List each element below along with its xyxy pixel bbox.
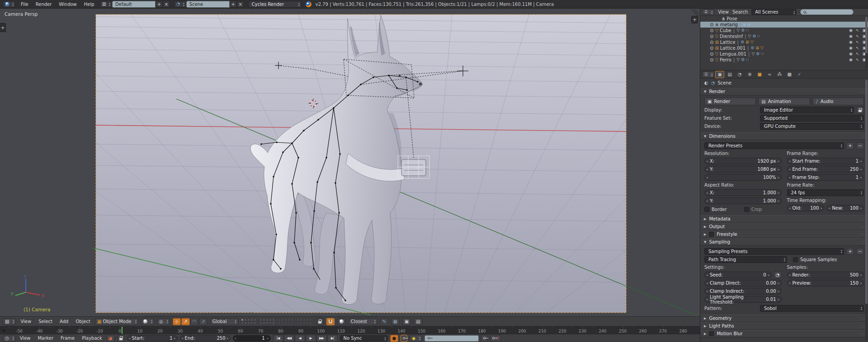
layers-grid-b[interactable] <box>259 319 275 324</box>
add-preset-button[interactable]: + <box>846 248 854 255</box>
wrench-icon[interactable]: ⚙ <box>741 40 744 44</box>
snap-toggle-button[interactable] <box>326 318 335 325</box>
layers-grid-a[interactable] <box>241 319 256 324</box>
time-remap-new-field[interactable]: New:100 <box>826 205 864 211</box>
scene-icon-button[interactable]: ◔ <box>174 1 186 8</box>
layers-grid-c[interactable] <box>278 319 293 324</box>
layers-grid-d[interactable] <box>297 319 312 324</box>
panel-grip-icon[interactable]: :::: <box>861 217 864 221</box>
lock-interface-button[interactable] <box>856 107 864 113</box>
resolution-scale-field[interactable]: 100% <box>704 174 782 181</box>
add-preset-button[interactable]: + <box>846 142 854 149</box>
hide-toggle-icon[interactable]: ◉ <box>849 46 853 50</box>
layer-cell[interactable] <box>284 322 287 324</box>
dots-icon[interactable]: ∷ <box>761 52 764 56</box>
layer-cell[interactable] <box>288 319 290 321</box>
layer-cell[interactable] <box>306 319 309 321</box>
transform-orientation-dropdown[interactable]: Global <box>210 318 238 325</box>
tab-physics[interactable]: ▩ <box>785 71 794 78</box>
layer-cell[interactable] <box>281 322 284 324</box>
manipulator-button[interactable]: ⊹ <box>173 318 181 325</box>
outliner-view-menu[interactable]: View <box>718 9 729 14</box>
scene-name-field[interactable]: Scene <box>186 1 230 8</box>
outliner-row-pose[interactable]: ⋔Pose <box>700 16 868 22</box>
seed-field[interactable]: Seed:0 <box>704 272 772 278</box>
outliner-search-input[interactable] <box>800 9 854 15</box>
translate-manipulator-button[interactable]: ↗ <box>181 318 189 325</box>
view3d-menu-select[interactable]: Select <box>37 319 54 324</box>
layer-cell[interactable] <box>263 319 265 321</box>
mesh-icon[interactable]: ▽ <box>750 40 754 44</box>
wrench-icon[interactable]: ⚙ <box>741 28 745 33</box>
info-menu-render[interactable]: Render <box>34 2 53 7</box>
motion-blur-checkbox[interactable] <box>709 331 714 336</box>
pattern-dropdown[interactable]: Sobol <box>760 305 864 312</box>
selectable-toggle-icon[interactable]: ↖ <box>856 58 859 62</box>
layer-cell[interactable] <box>303 322 306 324</box>
crop-checkbox[interactable]: Crop <box>744 206 782 212</box>
view3d-menu-add[interactable]: Add <box>58 319 70 324</box>
panel-grip-icon[interactable]: :::: <box>861 316 864 321</box>
outliner-row-metarig[interactable]: ⊙⋔metarig|◆◆ <box>700 22 868 28</box>
layer-cell[interactable] <box>288 322 290 324</box>
mesh-icon[interactable]: ▽ <box>751 52 755 56</box>
freestyle-checkbox[interactable] <box>709 232 714 237</box>
preview-samples-field[interactable]: Preview:150 <box>787 280 864 286</box>
light-sampling-threshold-field[interactable]: Light Sampling Threshold:0.01 <box>704 296 782 303</box>
wrench-icon[interactable]: ⚙ <box>756 52 760 56</box>
layer-cell[interactable] <box>247 319 250 321</box>
snap-peel-button[interactable]: ◍ <box>391 318 400 325</box>
jump-to-end-button[interactable]: ▶| <box>327 335 338 342</box>
pivot-point-dropdown[interactable]: ◎ <box>157 318 170 325</box>
mesh-icon[interactable]: ▽ <box>760 46 764 50</box>
view3d-menu-view[interactable]: View <box>19 319 33 324</box>
frame-rate-dropdown[interactable]: 24 fps <box>787 189 864 196</box>
tab-render[interactable]: ▣ <box>715 71 724 78</box>
border-checkbox[interactable]: Border <box>704 207 742 212</box>
integrator-dropdown[interactable]: Path Tracing <box>704 256 787 263</box>
panel-grip-icon[interactable]: :::: <box>861 134 864 139</box>
expand-toggle-icon[interactable]: ⊙ <box>710 28 713 33</box>
aspect-y-field[interactable]: Y:1.000 <box>704 197 782 204</box>
panel-grip-icon[interactable]: :::: <box>861 332 864 336</box>
layer-cell[interactable] <box>297 322 299 324</box>
outliner-row-lattice.001[interactable]: ⊙⊞Lattice.001|⚙⊞▽◉↖▣ <box>700 45 868 51</box>
add-scene-button[interactable]: + <box>230 1 237 8</box>
layer-cell[interactable] <box>244 322 247 324</box>
sampling-section-header[interactable]: ▼ Sampling :::: <box>700 238 868 246</box>
wrench-icon[interactable]: ⚙ <box>741 58 745 62</box>
opengl-render-button[interactable]: ▣ <box>402 318 411 325</box>
layer-cell[interactable] <box>266 319 269 321</box>
selectable-toggle-icon[interactable]: ↖ <box>856 52 859 56</box>
end-frame-field-props[interactable]: End Frame:250 <box>787 166 864 173</box>
output-section-header[interactable]: ▶ Output :::: <box>700 223 868 230</box>
timeline-menu-frame[interactable]: Frame <box>59 336 76 341</box>
layer-cell[interactable] <box>250 322 253 324</box>
lattice-icon[interactable]: ⊞ <box>745 40 749 44</box>
layer-cell[interactable] <box>309 319 312 321</box>
render-button[interactable]: ▣Render <box>704 98 756 105</box>
layer-cell[interactable] <box>259 322 262 324</box>
outliner-editor-type-button[interactable]: ☰ <box>702 9 714 15</box>
resolution-y-field[interactable]: Y:1080 px <box>704 166 782 173</box>
info-menu-file[interactable]: File <box>19 2 30 7</box>
layer-cell[interactable] <box>278 322 281 324</box>
outliner-row-perro[interactable]: ⊙▽Perro|▽⚙∷◉↖▣ <box>700 57 868 63</box>
add-screen-layout-button[interactable]: + <box>156 1 163 8</box>
selectable-toggle-icon[interactable]: ↖ <box>856 46 859 50</box>
play-reverse-button[interactable]: ◀ <box>295 335 305 342</box>
render-presets-dropdown[interactable]: Render Presets <box>704 142 844 149</box>
bone-icon[interactable]: ◆ <box>747 23 750 27</box>
layer-cell[interactable] <box>272 319 275 321</box>
current-frame-field[interactable]: 1 <box>233 335 271 342</box>
layer-cell[interactable] <box>254 322 256 324</box>
feature-set-dropdown[interactable]: Supported <box>760 115 864 122</box>
light-paths-section-header[interactable]: ▶ Light Paths :::: <box>700 322 868 330</box>
opengl-render-anim-button[interactable]: ▤ <box>414 318 422 325</box>
tool-shelf-expand-button[interactable]: + <box>0 23 6 32</box>
render-samples-field[interactable]: Render:500 <box>787 272 864 278</box>
layer-cell[interactable] <box>244 319 247 321</box>
layer-cell[interactable] <box>281 319 284 321</box>
mesh-icon[interactable]: ▽ <box>748 34 751 38</box>
hide-toggle-icon[interactable]: ◉ <box>849 28 853 33</box>
